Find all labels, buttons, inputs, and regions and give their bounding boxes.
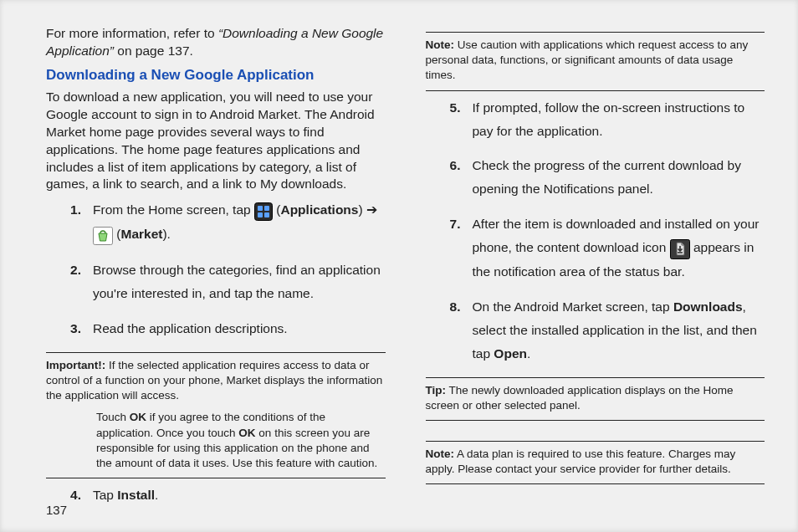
svg-rect-3 (258, 212, 263, 217)
svg-rect-1 (258, 206, 263, 211)
crossref-suffix: on page 137. (117, 43, 193, 58)
text: From the Home screen, tap (93, 202, 254, 217)
steps-list-left: 1. From the Home screen, tap (Applicatio… (46, 198, 386, 340)
step-2: 2. Browse through the categories, find a… (46, 258, 386, 305)
step-number: 6. (442, 154, 461, 201)
step-body: If prompted, follow the on-screen instru… (473, 96, 765, 143)
section-heading: Downloading a New Google Application (46, 67, 386, 84)
step-body: Read the application descriptions. (93, 317, 386, 340)
note-lead: Tip: (426, 384, 447, 396)
market-icon (93, 223, 113, 247)
crossref-prefix: For more information, refer to (46, 26, 218, 40)
step-body: Tap Install. (93, 483, 386, 507)
svg-rect-4 (264, 212, 269, 217)
note-lead: Note: (426, 38, 455, 51)
step-4: 4. Tap Install. (46, 483, 386, 507)
step-number: 3. (63, 317, 81, 340)
spacer (426, 426, 765, 434)
text: . (155, 488, 158, 502)
divider (46, 478, 386, 478)
step-3: 3. Read the application descriptions. (46, 317, 386, 340)
download-icon (670, 237, 690, 260)
applications-label: Applications (280, 202, 358, 217)
divider (426, 32, 765, 33)
note-lead: Note: (426, 448, 455, 460)
step-number: 8. (442, 295, 461, 366)
step-body: On the Android Market screen, tap Downlo… (473, 295, 765, 366)
step-8: 8. On the Android Market screen, tap Dow… (426, 295, 765, 366)
step-body: From the Home screen, tap (Applications)… (93, 198, 386, 247)
divider (426, 90, 765, 91)
install-label: Install (117, 488, 155, 502)
divider (426, 441, 765, 442)
note-text: A data plan is required to use this feat… (426, 448, 736, 475)
step-5: 5. If prompted, follow the on-screen ins… (426, 96, 765, 143)
svg-rect-0 (254, 203, 272, 221)
text: . (527, 346, 530, 361)
text: ) (358, 202, 362, 217)
important-note: Important!: If the selected application … (46, 358, 386, 472)
open-label: Open (494, 346, 527, 361)
left-column: For more information, refer to “Download… (46, 25, 386, 515)
text: On the Android Market screen, tap (473, 299, 673, 314)
ok-label: OK (130, 411, 146, 423)
divider (426, 483, 765, 484)
text: Tap (93, 488, 117, 502)
step-number: 5. (442, 96, 461, 143)
step-body: Check the progress of the current downlo… (473, 154, 765, 201)
note-text: Touch (96, 411, 130, 423)
downloads-label: Downloads (673, 299, 743, 314)
note-caution: Note: Use caution with applications whic… (426, 38, 765, 84)
applications-icon (254, 199, 273, 223)
right-column: Note: Use caution with applications whic… (426, 25, 765, 515)
step-number: 7. (442, 212, 461, 284)
step-number: 1. (63, 198, 81, 247)
step-7: 7. After the item is downloaded and inst… (426, 212, 765, 284)
page: For more information, refer to “Download… (0, 0, 798, 532)
tip-note: Tip: The newly downloaded application di… (426, 383, 765, 413)
arrow: ➔ (366, 202, 377, 217)
step-number: 2. (63, 258, 81, 305)
crossref-paragraph: For more information, refer to “Download… (46, 25, 386, 60)
divider (426, 377, 765, 378)
page-number: 137 (46, 503, 67, 517)
svg-rect-2 (264, 206, 269, 211)
divider (426, 420, 765, 421)
market-label: Market (120, 227, 162, 241)
steps-list-left-cont: 4. Tap Install. (46, 483, 386, 507)
note-dataplan: Note: A data plan is required to use thi… (426, 447, 765, 477)
note-lead: Important!: (46, 359, 105, 371)
text: ). (162, 227, 170, 241)
note-text: Use caution with applications which requ… (426, 38, 749, 81)
steps-list-right: 5. If prompted, follow the on-screen ins… (426, 96, 765, 366)
step-1: 1. From the Home screen, tap (Applicatio… (46, 198, 386, 247)
step-body: Browse through the categories, find an a… (93, 258, 386, 305)
ok-label: OK (238, 427, 255, 439)
step-6: 6. Check the progress of the current dow… (426, 154, 765, 201)
divider (46, 352, 386, 353)
note-text: The newly downloaded application display… (426, 384, 734, 412)
lead-paragraph: To download a new application, you will … (46, 89, 386, 194)
step-body: After the item is downloaded and install… (473, 212, 765, 284)
